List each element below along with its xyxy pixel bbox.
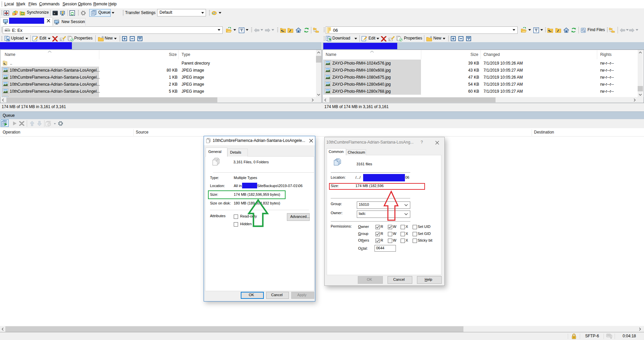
svg-text:>: > <box>53 12 55 15</box>
svg-text:x: x <box>389 38 391 41</box>
svg-text:x: x <box>61 38 62 41</box>
